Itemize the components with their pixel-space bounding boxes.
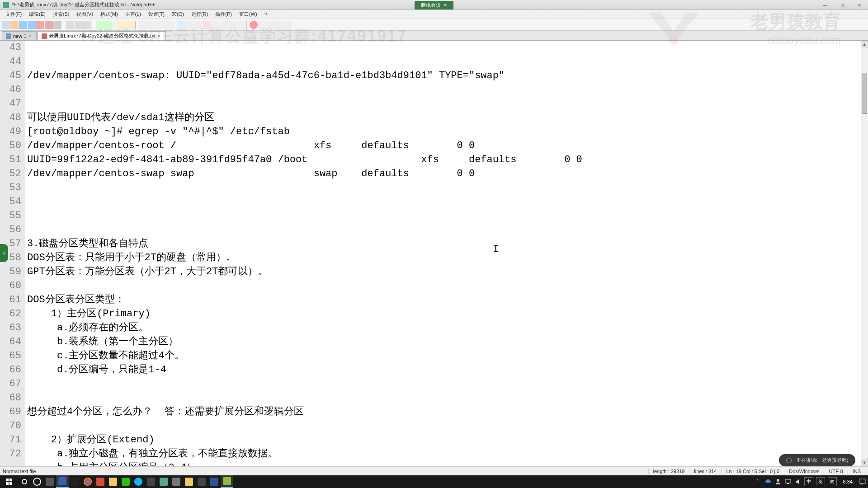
- maximize-button[interactable]: □: [834, 0, 851, 10]
- close-icon[interactable]: ✕: [28, 34, 33, 38]
- taskbar-app-generic2[interactable]: [157, 475, 170, 488]
- editor-line[interactable]: [27, 181, 868, 195]
- sync-v-icon[interactable]: [156, 21, 164, 29]
- zoom-in-icon[interactable]: [138, 21, 146, 29]
- editor-line[interactable]: d.分区编号，只能是1-4: [27, 363, 868, 377]
- taskview-icon[interactable]: [43, 475, 56, 488]
- editor-line[interactable]: /dev/mapper/centos-swap swap swap defaul…: [27, 167, 868, 181]
- scroll-track[interactable]: [861, 48, 868, 459]
- play-multi-icon[interactable]: [275, 21, 283, 29]
- editor-line[interactable]: [27, 391, 868, 405]
- editor-line[interactable]: b.占用主分区分区编号（2-4）。: [27, 461, 868, 466]
- copy-icon[interactable]: [75, 21, 83, 29]
- monitor-icon[interactable]: [237, 21, 245, 29]
- close-file-icon[interactable]: [36, 21, 44, 29]
- editor-line[interactable]: 想分超过4个分区，怎么办？ 答：还需要扩展分区和逻辑分区: [27, 405, 868, 419]
- tray-clock[interactable]: 8:34: [840, 479, 856, 484]
- taskbar-app-qq[interactable]: [132, 475, 145, 488]
- taskbar-app-notepadpp[interactable]: [221, 475, 233, 488]
- taskbar-app-terminal[interactable]: [69, 475, 81, 488]
- menu-view[interactable]: 视图(V): [73, 10, 97, 19]
- find-icon[interactable]: [117, 21, 125, 29]
- menu-plugins[interactable]: 插件(P): [212, 10, 236, 19]
- minimize-button[interactable]: —: [816, 0, 834, 10]
- taskbar-app-generic4[interactable]: [195, 475, 208, 488]
- open-file-icon[interactable]: [10, 21, 19, 29]
- save-macro-icon[interactable]: [284, 21, 292, 29]
- search-button[interactable]: [18, 475, 31, 488]
- editor-line[interactable]: UUID=99f122a2-ed9f-4841-ab89-391fd95f47a…: [27, 153, 868, 167]
- new-file-icon[interactable]: [2, 21, 10, 29]
- taskbar-app-generic1[interactable]: [145, 475, 157, 488]
- wordwrap-icon[interactable]: [177, 21, 185, 29]
- editor-line[interactable]: [27, 279, 868, 293]
- scroll-down-icon[interactable]: ▼: [861, 459, 868, 466]
- meeting-indicator[interactable]: 腾讯会议 ✕: [415, 1, 453, 9]
- editor-line[interactable]: /dev/mapper/centos-root / xfs defaults 0…: [27, 139, 868, 153]
- close-all-icon[interactable]: [45, 21, 53, 29]
- indent-guide-icon[interactable]: [194, 21, 202, 29]
- print-icon[interactable]: [53, 21, 61, 29]
- taskbar-app-wps[interactable]: [94, 475, 107, 488]
- close-icon[interactable]: ✕: [157, 34, 162, 38]
- user-lang-icon[interactable]: [203, 21, 211, 29]
- menu-encoding[interactable]: 格式(M): [97, 10, 122, 19]
- redo-icon[interactable]: [104, 21, 113, 29]
- start-button[interactable]: [0, 475, 18, 488]
- folder-workspace-icon[interactable]: [228, 21, 236, 29]
- replace-icon[interactable]: [126, 21, 134, 29]
- play-macro-icon[interactable]: [267, 21, 275, 29]
- tray-overflow-icon[interactable]: ˄: [754, 479, 762, 485]
- doc-map-icon[interactable]: [211, 21, 219, 29]
- tab-new1[interactable]: new 1 ✕: [2, 31, 37, 40]
- editor-line[interactable]: [27, 97, 868, 111]
- function-list-icon[interactable]: [220, 21, 228, 29]
- taskbar-app-folder2[interactable]: [183, 475, 195, 488]
- menu-edit[interactable]: 编辑(E): [25, 10, 49, 19]
- vertical-scrollbar[interactable]: ▲ ▼: [861, 41, 868, 466]
- taskbar-app-wechat[interactable]: [119, 475, 132, 488]
- tray-volume-icon[interactable]: [794, 478, 802, 485]
- taskbar-app-explorer[interactable]: [56, 475, 69, 488]
- undo-icon[interactable]: [96, 21, 104, 29]
- editor-line[interactable]: [27, 209, 868, 223]
- editor-line[interactable]: c.主分区数量不能超过4个。: [27, 349, 868, 363]
- menu-settings[interactable]: 设置(T): [145, 10, 168, 19]
- scroll-up-icon[interactable]: ▲: [861, 41, 868, 48]
- editor-line[interactable]: 3.磁盘分区类型和各自特点: [27, 237, 868, 251]
- menu-help[interactable]: ?: [261, 11, 271, 18]
- taskbar-app-generic3[interactable]: [170, 475, 183, 488]
- taskbar-app-chrome[interactable]: [81, 475, 94, 488]
- editor-line[interactable]: DOS分区表：只能用于小于2T的硬盘（常用）。: [27, 251, 868, 265]
- editor-line[interactable]: 可以使用UUID代表/dev/sda1这样的分区: [27, 111, 868, 125]
- show-all-chars-icon[interactable]: [185, 21, 193, 29]
- editor-line[interactable]: [27, 223, 868, 237]
- save-icon[interactable]: [19, 21, 27, 29]
- stop-macro-icon[interactable]: [258, 21, 266, 29]
- editor-line[interactable]: b.装系统（第一个主分区）: [27, 335, 868, 349]
- editor-line[interactable]: a.独立小磁盘，有独立分区表，不能直接放数据。: [27, 447, 868, 461]
- menu-search[interactable]: 搜索(S): [49, 10, 73, 19]
- editor-line[interactable]: [27, 377, 868, 391]
- editor-line[interactable]: DOS分区表分区类型：: [27, 293, 868, 307]
- taskbar-app-folder[interactable]: [107, 475, 119, 488]
- close-button[interactable]: ✕: [851, 0, 868, 10]
- ime-english[interactable]: 英: [816, 477, 825, 486]
- editor-line[interactable]: [27, 419, 868, 433]
- paste-icon[interactable]: [83, 21, 91, 29]
- ime-chinese[interactable]: 中: [804, 477, 813, 486]
- editor-line[interactable]: a.必须存在的分区。: [27, 321, 868, 335]
- editor-line[interactable]: [27, 83, 868, 97]
- editor-line[interactable]: 2）扩展分区(Extend): [27, 433, 868, 447]
- record-macro-icon[interactable]: [250, 21, 258, 29]
- tray-network-icon[interactable]: [784, 478, 792, 485]
- editor-line[interactable]: [27, 195, 868, 209]
- cortana-icon[interactable]: [31, 475, 43, 488]
- editor-line[interactable]: GPT分区表：万能分区表（小于2T，大于2T都可以）。: [27, 265, 868, 279]
- zoom-out-icon[interactable]: [147, 21, 155, 29]
- text-editor[interactable]: /dev/mapper/centos-swap: UUID="edf78ada-…: [25, 41, 868, 466]
- save-all-icon[interactable]: [28, 21, 36, 29]
- menu-run[interactable]: 运行(R): [188, 10, 212, 19]
- ime-simplified[interactable]: 简: [828, 477, 837, 486]
- close-icon[interactable]: ✕: [443, 3, 447, 8]
